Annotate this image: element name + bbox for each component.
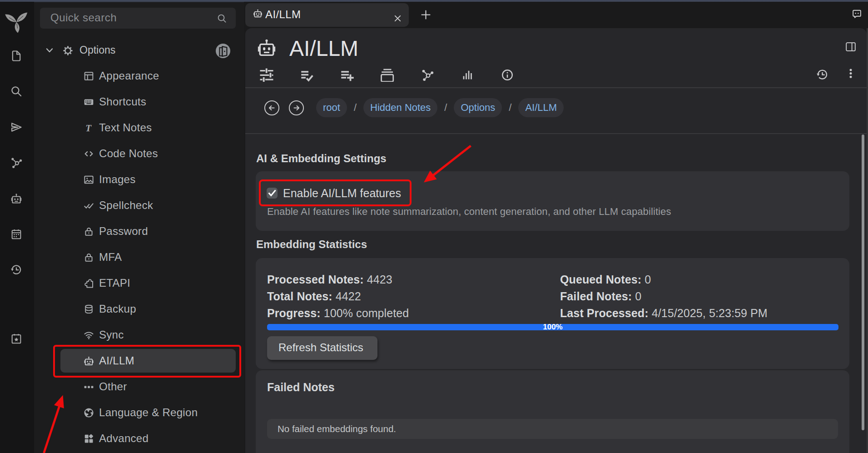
svg-text:T: T [85,123,92,134]
